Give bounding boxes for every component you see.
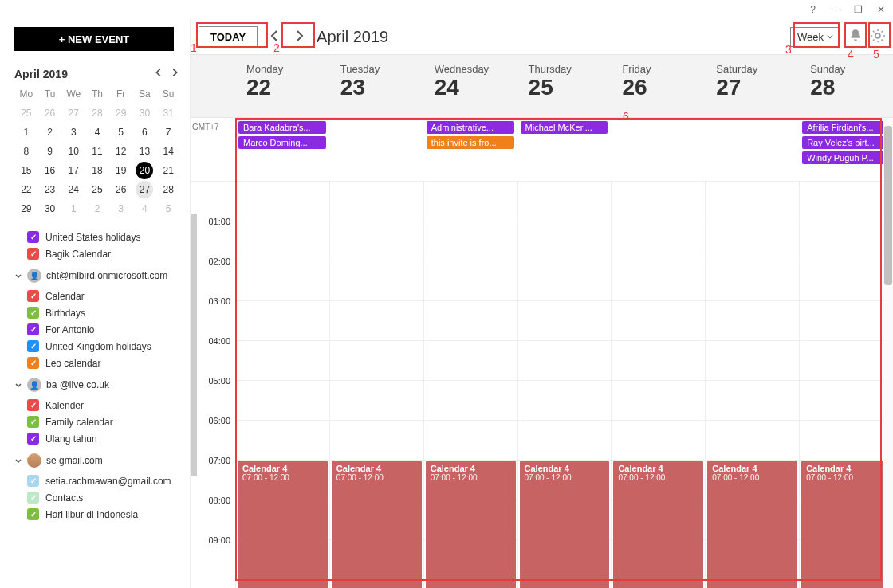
mini-day[interactable]: 23 (38, 181, 62, 198)
day-header[interactable]: Monday22 (235, 55, 329, 117)
mini-day[interactable]: 1 (61, 200, 85, 218)
calendar-item[interactable]: ✓Hari libur di Indonesia (14, 506, 180, 523)
timed-event[interactable]: Calendar 407:00 - 12:00 (332, 461, 422, 588)
allday-event[interactable]: Michael McKerl... (521, 121, 608, 134)
calendar-checkbox[interactable]: ✓ (27, 307, 39, 319)
calendar-item[interactable]: ✓setia.rachmawan@gmail.com (14, 472, 180, 489)
allday-cell[interactable]: Michael McKerl... (517, 118, 612, 181)
day-column[interactable]: Calendar 407:00 - 12:00 (611, 182, 705, 588)
calendar-checkbox[interactable]: ✓ (27, 357, 39, 369)
mini-day[interactable]: 4 (133, 200, 157, 218)
calendar-checkbox[interactable]: ✓ (27, 416, 39, 428)
account-header[interactable]: 👤ba @live.co.uk (14, 378, 180, 392)
day-header[interactable]: Friday26 (611, 55, 705, 117)
mini-day[interactable]: 18 (85, 162, 109, 179)
day-column[interactable]: Calendar 407:00 - 12:00 (799, 182, 893, 588)
mini-day[interactable]: 26 (38, 104, 62, 122)
timed-event[interactable]: Calendar 407:00 - 12:00 (520, 461, 610, 588)
allday-cell[interactable]: Afrilia Firdiani's...Ray Velez's birt...… (799, 118, 893, 181)
account-header[interactable]: 👤cht@mlbird.onmicrosoft.com (14, 269, 180, 283)
mini-day[interactable]: 3 (109, 200, 133, 218)
allday-cell[interactable]: Bara Kadabra's...Marco Doming... (235, 118, 329, 181)
calendar-item[interactable]: ✓Birthdays (14, 304, 180, 321)
calendar-item[interactable]: ✓Ulang tahun (14, 430, 180, 447)
mini-day[interactable]: 30 (38, 200, 62, 218)
bell-icon[interactable] (848, 29, 863, 45)
day-header[interactable]: Wednesday24 (423, 55, 517, 117)
mini-day[interactable]: 16 (38, 162, 62, 179)
calendar-checkbox[interactable]: ✓ (27, 290, 39, 302)
calendar-checkbox[interactable]: ✓ (27, 323, 39, 335)
day-column[interactable]: Calendar 407:00 - 12:00 (235, 182, 329, 588)
calendar-checkbox[interactable]: ✓ (27, 433, 39, 445)
day-column[interactable]: Calendar 407:00 - 12:00 (705, 182, 799, 588)
mini-day[interactable]: 25 (85, 181, 109, 198)
mini-day[interactable]: 3 (61, 123, 85, 141)
calendar-item[interactable]: ✓United Kingdom holidays (14, 338, 180, 355)
mini-day[interactable]: 2 (38, 123, 62, 141)
mini-day[interactable]: 7 (156, 123, 180, 141)
new-event-button[interactable]: + NEW EVENT (14, 27, 174, 51)
time-grid[interactable]: 01:0002:0003:0004:0005:0006:0007:0008:00… (191, 182, 893, 588)
calendar-item[interactable]: ✓Kalender (14, 397, 180, 414)
mini-day[interactable]: 20 (136, 162, 153, 179)
allday-event[interactable]: Afrilia Firdiani's... (802, 121, 890, 134)
timed-event[interactable]: Calendar 407:00 - 12:00 (613, 461, 703, 588)
calendar-item[interactable]: ✓Family calendar (14, 414, 180, 430)
mini-day[interactable]: 24 (61, 181, 85, 198)
mini-day[interactable]: 1 (14, 123, 38, 141)
calendar-item[interactable]: ✓United States holidays (14, 229, 180, 245)
mini-day[interactable]: 21 (156, 162, 180, 179)
mini-day[interactable]: 8 (14, 143, 38, 160)
mini-day[interactable]: 30 (133, 104, 157, 122)
calendar-item[interactable]: ✓Contacts (14, 489, 180, 506)
view-select[interactable]: Week (790, 27, 840, 47)
calendar-checkbox[interactable]: ✓ (27, 508, 39, 520)
allday-cell[interactable] (611, 118, 705, 181)
calendar-checkbox[interactable]: ✓ (27, 248, 39, 260)
calendar-checkbox[interactable]: ✓ (27, 399, 39, 411)
mini-day[interactable]: 28 (85, 104, 109, 122)
day-header[interactable]: Sunday28 (799, 55, 893, 117)
mini-day[interactable]: 22 (14, 181, 38, 198)
calendar-checkbox[interactable]: ✓ (27, 475, 39, 487)
mini-day[interactable]: 14 (156, 143, 180, 160)
timed-event[interactable]: Calendar 407:00 - 12:00 (426, 461, 516, 588)
day-column[interactable]: Calendar 407:00 - 12:00 (329, 182, 423, 588)
mini-day[interactable]: 13 (133, 143, 157, 160)
mini-day[interactable]: 6 (133, 123, 157, 141)
maximize-icon[interactable]: ❐ (854, 4, 863, 15)
allday-event[interactable]: this invite is fro... (427, 136, 514, 149)
mini-day[interactable]: 17 (61, 162, 85, 179)
mini-day[interactable]: 9 (38, 143, 62, 160)
calendar-checkbox[interactable]: ✓ (27, 340, 39, 352)
timed-event[interactable]: Calendar 407:00 - 12:00 (238, 461, 328, 588)
mini-day[interactable]: 4 (85, 123, 109, 141)
day-column[interactable]: Calendar 407:00 - 12:00 (423, 182, 517, 588)
timed-event[interactable]: Calendar 407:00 - 12:00 (707, 461, 797, 588)
mini-day[interactable]: 26 (109, 181, 133, 198)
next-week-icon[interactable] (293, 29, 305, 45)
help-icon[interactable]: ? (810, 4, 816, 15)
allday-cell[interactable] (329, 118, 423, 181)
allday-event[interactable]: Windy Puguh P... (802, 151, 890, 164)
calendar-item[interactable]: ✓Leo calendar (14, 355, 180, 371)
day-header[interactable]: Tuesday23 (329, 55, 423, 117)
allday-event[interactable]: Ray Velez's birt... (802, 136, 890, 149)
mini-day[interactable]: 27 (61, 104, 85, 122)
mini-day[interactable]: 27 (136, 181, 153, 198)
day-header[interactable]: Thursday25 (517, 55, 612, 117)
close-icon[interactable]: ✕ (877, 4, 885, 15)
account-header[interactable]: se gmail.com (14, 453, 180, 468)
calendar-item[interactable]: ✓For Antonio (14, 321, 180, 338)
mini-day[interactable]: 11 (85, 143, 109, 160)
timed-event[interactable]: Calendar 407:00 - 12:00 (801, 461, 891, 588)
mini-day[interactable]: 15 (14, 162, 38, 179)
mini-day[interactable]: 2 (85, 200, 109, 218)
gear-icon[interactable] (871, 29, 885, 45)
mini-day[interactable]: 12 (109, 143, 133, 160)
today-button[interactable]: TODAY (199, 26, 258, 48)
calendar-checkbox[interactable]: ✓ (27, 231, 39, 243)
day-header[interactable]: Saturday27 (705, 55, 799, 117)
mini-day[interactable]: 28 (156, 181, 180, 198)
